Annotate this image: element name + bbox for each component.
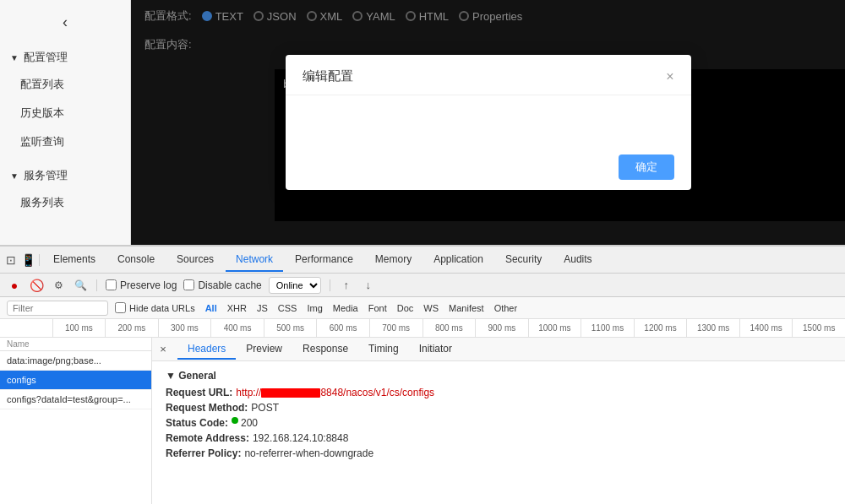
tick-1300: 1300 ms	[686, 319, 739, 337]
network-detail: × Headers Preview Response Timing Initia…	[152, 338, 845, 504]
tick-1500: 1500 ms	[792, 319, 845, 337]
hide-data-urls-label[interactable]: Hide data URLs	[115, 302, 195, 313]
detail-tab-timing[interactable]: Timing	[358, 339, 409, 360]
detail-tab-initiator[interactable]: Initiator	[409, 339, 462, 360]
filter-css[interactable]: CSS	[275, 302, 301, 314]
filter-media[interactable]: Media	[330, 302, 362, 314]
filter-all[interactable]: All	[202, 302, 221, 314]
filter-types: All XHR JS CSS Img Media Font Doc WS Man…	[202, 302, 521, 314]
export-icon[interactable]: ↓	[361, 278, 376, 293]
status-key: Status Code:	[166, 417, 228, 429]
filter-bar: Hide data URLs All XHR JS CSS Img Media …	[0, 297, 845, 319]
tick-300: 300 ms	[158, 319, 211, 337]
filter-input[interactable]	[7, 301, 108, 316]
filter-manifest[interactable]: Manifest	[445, 302, 488, 314]
clear-button[interactable]: 🚫	[29, 278, 44, 293]
filter-other[interactable]: Other	[491, 302, 521, 314]
network-panel: Name data:image/png;base... configs conf…	[0, 338, 845, 504]
tick-600: 600 ms	[316, 319, 369, 337]
status-value: 200	[241, 417, 258, 429]
network-list-header: Name	[0, 338, 151, 351]
sidebar-item-listen[interactable]: 监听查询	[0, 127, 130, 156]
tick-700: 700 ms	[369, 319, 422, 337]
detail-row-status: Status Code: 200	[166, 417, 831, 429]
devtools-device-icon[interactable]: 📱	[20, 252, 35, 268]
filter-xhr[interactable]: XHR	[224, 302, 250, 314]
tick-100: 100 ms	[52, 319, 106, 337]
filter-icon[interactable]: ⚙	[51, 278, 66, 293]
timeline-bar: 100 ms 200 ms 300 ms 400 ms 500 ms 600 m…	[0, 319, 845, 338]
detail-tab-response[interactable]: Response	[292, 339, 358, 360]
devtools-tab-bar: ⊡ 📱 Elements Console Sources Network Per…	[0, 247, 845, 274]
sidebar-group-config-label: 配置管理	[24, 50, 68, 65]
tab-memory[interactable]: Memory	[365, 248, 422, 272]
detail-tab-preview[interactable]: Preview	[236, 339, 292, 360]
network-item-image[interactable]: data:image/png;base...	[0, 351, 151, 371]
arrow-icon: ▼	[10, 53, 19, 62]
tab-security[interactable]: Security	[495, 248, 552, 272]
import-icon[interactable]: ↑	[339, 278, 354, 293]
remote-key: Remote Address:	[166, 432, 249, 444]
tick-0	[0, 319, 52, 337]
modal-overlay: 编辑配置 × 确定	[131, 0, 845, 245]
tick-200: 200 ms	[105, 319, 158, 337]
tick-1200: 1200 ms	[634, 319, 687, 337]
url-redacted	[261, 388, 320, 398]
back-icon: ‹	[63, 14, 68, 31]
network-list: Name data:image/png;base... configs conf…	[0, 338, 152, 504]
disable-cache-checkbox[interactable]	[183, 279, 194, 290]
tab-console[interactable]: Console	[107, 248, 165, 272]
tab-performance[interactable]: Performance	[285, 248, 363, 272]
remote-value: 192.168.124.10:8848	[253, 432, 348, 444]
filter-img[interactable]: Img	[303, 302, 325, 314]
sidebar-item-service-list[interactable]: 服务列表	[0, 188, 130, 217]
tab-network[interactable]: Network	[226, 248, 283, 272]
sidebar-item-config-list[interactable]: 配置列表	[0, 70, 130, 99]
filter-ws[interactable]: WS	[420, 302, 442, 314]
tab-elements[interactable]: Elements	[43, 248, 106, 272]
sidebar-group-service-header[interactable]: ▼ 服务管理	[0, 163, 130, 188]
tick-1400: 1400 ms	[739, 319, 793, 337]
detail-row-method: Request Method: POST	[166, 402, 831, 414]
devtools-select-icon[interactable]: ⊡	[3, 252, 19, 268]
edit-config-modal: 编辑配置 × 确定	[286, 55, 691, 190]
network-item-configs[interactable]: configs	[0, 371, 151, 390]
network-item-configs-query[interactable]: configs?dataId=test&group=...	[0, 390, 151, 409]
general-section-title: ▼ General	[166, 370, 831, 382]
preserve-log-checkbox[interactable]	[106, 279, 117, 290]
detail-content: ▼ General Request URL: http://8848/nacos…	[152, 361, 845, 471]
sidebar-item-history[interactable]: 历史版本	[0, 99, 130, 127]
network-toolbar: ● 🚫 ⚙ 🔍 Preserve log Disable cache Onlin…	[0, 274, 845, 297]
sidebar-group-service-label: 服务管理	[24, 168, 68, 183]
hide-data-urls-checkbox[interactable]	[115, 302, 126, 313]
preserve-log-label[interactable]: Preserve log	[106, 279, 177, 291]
tick-400: 400 ms	[210, 319, 264, 337]
method-key: Request Method:	[166, 402, 248, 414]
sidebar-group-config-header[interactable]: ▼ 配置管理	[0, 45, 130, 70]
devtools-panel: ⊡ 📱 Elements Console Sources Network Per…	[0, 245, 845, 504]
tick-900: 900 ms	[475, 319, 528, 337]
filter-js[interactable]: JS	[254, 302, 271, 314]
method-value: POST	[251, 402, 279, 414]
sidebar-back-button[interactable]: ‹	[0, 7, 130, 38]
detail-row-url: Request URL: http://8848/nacos/v1/cs/con…	[166, 387, 831, 398]
tab-sources[interactable]: Sources	[166, 248, 224, 272]
tab-separator	[39, 254, 40, 266]
disable-cache-label[interactable]: Disable cache	[183, 279, 261, 291]
status-dot-icon	[232, 417, 238, 424]
modal-body	[286, 95, 691, 144]
tab-audits[interactable]: Audits	[553, 248, 602, 272]
modal-ok-button[interactable]: 确定	[619, 154, 674, 180]
detail-close-button[interactable]: ×	[155, 342, 171, 357]
tab-application[interactable]: Application	[423, 248, 493, 272]
search-icon[interactable]: 🔍	[73, 278, 88, 293]
tick-1100: 1100 ms	[581, 319, 634, 337]
record-button[interactable]: ●	[7, 278, 22, 293]
top-section: ‹ ▼ 配置管理 配置列表 历史版本 监听查询 ▼	[0, 0, 845, 245]
modal-header: 编辑配置 ×	[286, 55, 691, 95]
filter-font[interactable]: Font	[365, 302, 390, 314]
throttle-select[interactable]: Online	[269, 277, 321, 294]
filter-doc[interactable]: Doc	[394, 302, 417, 314]
modal-close-button[interactable]: ×	[666, 69, 673, 84]
detail-tab-headers[interactable]: Headers	[177, 339, 236, 360]
